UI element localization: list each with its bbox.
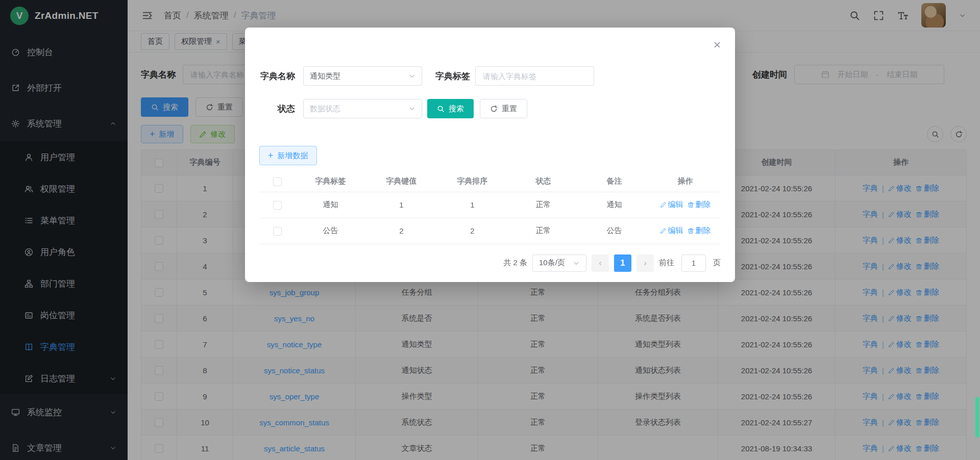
next-page-button[interactable]: › xyxy=(636,254,654,272)
prev-page-button[interactable]: ‹ xyxy=(592,254,609,272)
col-remark: 备注 xyxy=(579,171,650,192)
select-placeholder: 数据状态 xyxy=(310,104,340,114)
select-value: 通知类型 xyxy=(310,71,340,81)
delete-link[interactable]: 删除 xyxy=(688,226,711,236)
row-checkbox[interactable] xyxy=(273,227,282,236)
pencil-icon xyxy=(660,227,667,234)
pagination-total: 共 2 条 xyxy=(503,258,527,268)
row-checkbox[interactable] xyxy=(273,201,282,210)
edit-link[interactable]: 编辑 xyxy=(660,200,683,210)
dict-name-label: 字典名称 xyxy=(259,70,295,82)
plus-icon: + xyxy=(268,151,274,160)
col-status: 状态 xyxy=(508,171,579,192)
goto-page-input[interactable] xyxy=(681,254,706,272)
dict-label-label: 字典标签 xyxy=(435,70,470,82)
status-label: 状态 xyxy=(259,103,295,115)
col-dict-sort: 字典排序 xyxy=(437,171,508,192)
dictionary-data-table: 字典标签 字典键值 字典排序 状态 备注 操作 通知 1 1 正常 通知 xyxy=(259,171,721,244)
dict-label-input[interactable] xyxy=(475,66,594,86)
dialog-search-button[interactable]: 搜索 xyxy=(427,99,474,118)
modal-overlay[interactable]: × 字典名称 通知类型 字典标签 状态 数据状态 搜索 xyxy=(0,0,980,460)
table-row: 通知 1 1 正常 通知 编辑 删除 xyxy=(259,192,721,218)
chevron-down-icon xyxy=(573,260,580,267)
dialog-reset-button[interactable]: 重置 xyxy=(480,99,527,118)
chevron-down-icon xyxy=(408,105,415,112)
table-header-row: 字典标签 字典键值 字典排序 状态 备注 操作 xyxy=(259,171,721,192)
goto-unit-label: 页 xyxy=(713,258,721,268)
refresh-icon xyxy=(490,105,498,113)
select-value: 10条/页 xyxy=(539,258,565,268)
pencil-icon xyxy=(660,201,667,208)
trash-icon xyxy=(688,201,694,208)
dialog-filter-form: 字典名称 通知类型 字典标签 状态 数据状态 搜索 xyxy=(259,66,721,118)
page-size-select[interactable]: 10条/页 xyxy=(532,254,586,272)
pagination: 共 2 条 10条/页 ‹ 1 › 前往 页 xyxy=(259,254,721,272)
table-row: 公告 2 2 正常 公告 编辑 删除 xyxy=(259,218,721,244)
page-1-button[interactable]: 1 xyxy=(614,254,631,272)
dictionary-data-dialog: × 字典名称 通知类型 字典标签 状态 数据状态 搜索 xyxy=(245,28,735,282)
dialog-close-button[interactable]: × xyxy=(714,39,721,51)
select-all-checkbox[interactable] xyxy=(273,177,282,186)
edit-link[interactable]: 编辑 xyxy=(660,226,683,236)
delete-link[interactable]: 删除 xyxy=(688,200,711,210)
col-actions: 操作 xyxy=(650,171,721,192)
col-dict-label: 字典标签 xyxy=(295,171,366,192)
scrollbar-thumb[interactable] xyxy=(975,397,979,438)
chevron-down-icon xyxy=(408,72,415,80)
status-select[interactable]: 数据状态 xyxy=(303,99,422,118)
search-icon xyxy=(437,105,445,113)
add-data-button[interactable]: + 新增数据 xyxy=(259,146,317,165)
col-dict-value: 字典键值 xyxy=(366,171,437,192)
dict-name-select[interactable]: 通知类型 xyxy=(303,66,422,86)
trash-icon xyxy=(688,227,694,234)
goto-label: 前往 xyxy=(659,258,674,268)
